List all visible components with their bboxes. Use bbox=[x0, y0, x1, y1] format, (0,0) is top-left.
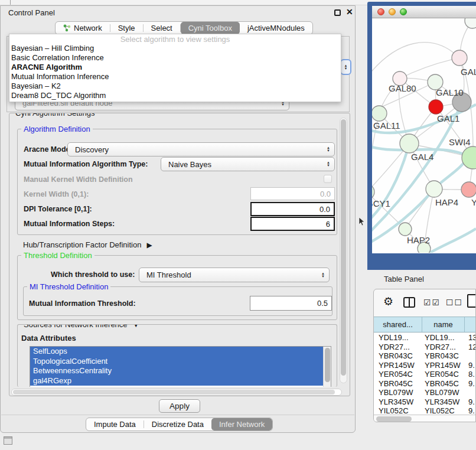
dropdown-option[interactable]: Basic Correlation Inference bbox=[9, 53, 341, 63]
spinner-arrows-icon: ▲▼ bbox=[321, 272, 325, 278]
mi-steps-value: 6 bbox=[326, 220, 330, 229]
kernel-width-field[interactable]: 0.0 bbox=[250, 187, 335, 200]
spinner-arrows-icon: ▲▼ bbox=[344, 64, 348, 70]
node-label: GAL80 bbox=[389, 83, 416, 93]
table-row[interactable]: YPR145WYPR145W9. bbox=[374, 361, 476, 370]
network-view-window: GAL GAL80 GAL10 GAL1 GAL11 SWI4 GAL4 HAP… bbox=[372, 6, 476, 253]
network-node-labels: GAL GAL80 GAL10 GAL1 GAL11 SWI4 GAL4 HAP… bbox=[372, 67, 476, 245]
tab-infer-network[interactable]: Infer Network bbox=[211, 418, 272, 431]
tab-impute-data[interactable]: Impute Data bbox=[86, 418, 144, 431]
scrollbar-thumb[interactable] bbox=[13, 390, 335, 394]
mi-steps-field[interactable]: 6 bbox=[250, 217, 335, 231]
deselect-all-boxes-icon[interactable]: ☐☐ bbox=[446, 298, 463, 307]
tab-style[interactable]: Style bbox=[110, 22, 143, 34]
node-hap4[interactable] bbox=[426, 181, 442, 197]
table-row[interactable]: YBR045CYBR045C9. bbox=[374, 379, 476, 389]
hub-transcription-factor-section[interactable]: Hub/Transcription Factor Definition ▶ bbox=[23, 240, 152, 249]
tab-network[interactable]: Network bbox=[56, 22, 110, 34]
tab-cyni-toolbox[interactable]: Cyni Toolbox bbox=[181, 22, 240, 34]
control-panel-tabbar: Network Style Select Cyni Toolbox jActiv… bbox=[55, 21, 313, 35]
scrollbar-thumb[interactable] bbox=[341, 119, 346, 376]
zoom-traffic-light[interactable] bbox=[400, 8, 407, 15]
minimize-traffic-light[interactable] bbox=[389, 8, 396, 15]
node-gcy1[interactable] bbox=[372, 184, 374, 200]
dpi-tolerance-field[interactable]: 0.0 bbox=[250, 202, 335, 216]
dropdown-option[interactable]: Bayesian – Hill Climbing bbox=[9, 44, 341, 53]
table-row[interactable]: YBL079WYBL079W bbox=[374, 388, 476, 397]
dropdown-option-highlighted[interactable]: ARACNE Algorithm bbox=[9, 63, 341, 72]
document-icon[interactable] bbox=[467, 294, 476, 308]
column-header-clipped[interactable] bbox=[465, 317, 476, 332]
dpi-tolerance-label: DPI Tolerance [0,1]: bbox=[24, 205, 92, 213]
tab-select[interactable]: Select bbox=[144, 22, 180, 34]
node-label: HAP2 bbox=[407, 235, 430, 245]
table-row[interactable]: YER054CYER054C8. bbox=[374, 370, 476, 379]
data-attributes-list[interactable]: SelfLoops TopologicalCoefficient Between… bbox=[30, 346, 331, 387]
settings-gear-icon[interactable]: ⚙ bbox=[383, 295, 393, 308]
algorithm-definition-title: Algorithm Definition bbox=[21, 125, 93, 133]
mi-type-combo[interactable]: Naive Bayes ▲▼ bbox=[161, 157, 335, 171]
dropdown-option[interactable]: Dream8 DC_TDC Algorithm bbox=[9, 91, 341, 100]
mi-threshold-definition-group: MI Threshold Definition Mutual Informati… bbox=[23, 286, 332, 316]
node-swi4[interactable] bbox=[462, 146, 476, 169]
split-columns-icon[interactable] bbox=[403, 297, 415, 308]
table-body[interactable]: YDL19...YDL19...13 YDR27...YDR27...12 YB… bbox=[374, 333, 476, 415]
mi-threshold-field[interactable]: 0.5 bbox=[250, 296, 332, 311]
dropdown-option[interactable]: Bayesian – K2 bbox=[9, 81, 341, 91]
node-gal-top[interactable] bbox=[452, 50, 467, 66]
apply-button[interactable]: Apply bbox=[159, 399, 200, 413]
network-nodes[interactable] bbox=[372, 18, 476, 253]
column-header-name[interactable]: name bbox=[422, 317, 465, 332]
close-traffic-light[interactable] bbox=[377, 8, 384, 15]
mini-window-icon[interactable] bbox=[4, 436, 12, 445]
node-unlabeled[interactable] bbox=[465, 18, 476, 28]
manual-kernel-checkbox[interactable] bbox=[324, 175, 332, 183]
threshold-definition-title: Threshold Definition bbox=[21, 251, 94, 260]
attributes-scrollbar[interactable] bbox=[323, 347, 331, 387]
node-gal1-selected[interactable] bbox=[429, 100, 443, 114]
settings-horizontal-scrollbar[interactable] bbox=[11, 389, 342, 396]
table-row[interactable]: YIL052CYIL052C9. bbox=[374, 406, 476, 415]
mi-type-value: Naive Bayes bbox=[161, 160, 327, 169]
network-window-titlebar[interactable] bbox=[372, 6, 476, 18]
which-threshold-combo[interactable]: MI Threshold ▲▼ bbox=[139, 268, 330, 282]
node-gal11[interactable] bbox=[372, 106, 387, 121]
table-row[interactable]: YBR043CYBR043C bbox=[374, 351, 476, 361]
dropdown-placeholder: Select algorithm to view settings bbox=[9, 34, 341, 44]
table-row[interactable]: YDR27...YDR27...12 bbox=[374, 343, 476, 352]
node-label: GAL11 bbox=[373, 120, 400, 131]
aracne-mode-combo[interactable]: Discovery ▲▼ bbox=[67, 142, 335, 156]
attribute-item-selected[interactable]: BetweennessCentrality bbox=[30, 366, 331, 376]
attribute-item-selected[interactable]: TopologicalCoefficient bbox=[30, 357, 331, 367]
hub-section-label: Hub/Transcription Factor Definition bbox=[23, 240, 141, 249]
panel-divider bbox=[1, 415, 354, 415]
close-icon[interactable]: ✕ bbox=[346, 7, 353, 17]
sources-group-title[interactable]: Sources for Network Inference ▼ bbox=[21, 324, 141, 329]
table-row[interactable]: YLR345WYLR345W9. bbox=[374, 397, 476, 407]
select-all-checks-icon[interactable]: ☑☑ bbox=[423, 298, 441, 307]
node-gal4[interactable] bbox=[400, 134, 419, 153]
scrollbar-thumb[interactable] bbox=[376, 416, 412, 422]
network-canvas[interactable]: GAL GAL80 GAL10 GAL1 GAL11 SWI4 GAL4 HAP… bbox=[372, 18, 476, 253]
focused-combo-sliver[interactable]: ▲▼ bbox=[340, 59, 351, 75]
spinner-arrows-icon: ▲▼ bbox=[327, 146, 330, 152]
node-label: GAL10 bbox=[436, 87, 464, 97]
node-hap2[interactable] bbox=[399, 223, 412, 236]
node-label: Y bbox=[471, 197, 476, 207]
dropdown-option[interactable]: Mutual Information Inference bbox=[9, 72, 341, 81]
node-y-salmon[interactable] bbox=[461, 182, 476, 197]
node-label: GAL bbox=[461, 67, 476, 77]
tab-jactivemnodules[interactable]: jActiveMNodules bbox=[240, 22, 312, 34]
tab-discretize-data[interactable]: Discretize Data bbox=[144, 418, 211, 431]
settings-vertical-scrollbar[interactable] bbox=[340, 118, 347, 383]
float-window-icon[interactable] bbox=[334, 9, 341, 16]
attribute-item-selected[interactable]: gal4RGexp bbox=[30, 376, 331, 386]
mi-threshold-value: 0.5 bbox=[317, 299, 328, 308]
table-horizontal-scrollbar[interactable] bbox=[374, 415, 475, 422]
attribute-item-selected[interactable]: SelfLoops bbox=[30, 347, 331, 357]
column-header-shared-name[interactable]: shared... bbox=[374, 317, 422, 332]
data-attributes-label: Data Attributes bbox=[21, 334, 76, 343]
scrollbar-thumb[interactable] bbox=[325, 348, 330, 382]
mouse-cursor bbox=[358, 217, 365, 226]
table-row[interactable]: YDL19...YDL19...13 bbox=[374, 333, 476, 343]
